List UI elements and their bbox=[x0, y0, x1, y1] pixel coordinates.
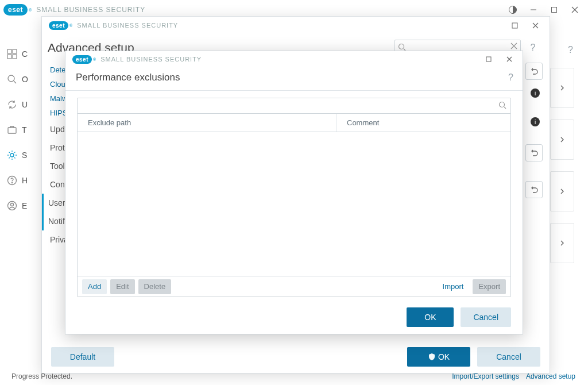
eset-logo-pill: eset bbox=[49, 21, 68, 30]
bg-card-1[interactable] bbox=[550, 68, 574, 108]
maximize-icon[interactable] bbox=[544, 2, 564, 18]
default-button-label: Default bbox=[70, 352, 95, 361]
svg-rect-2 bbox=[552, 7, 557, 13]
nav-update-icon[interactable]: U bbox=[7, 93, 32, 116]
main-footer-links: Import/Export settings Advanced setup bbox=[452, 372, 575, 380]
cancel-button-label: Cancel bbox=[496, 352, 521, 361]
contrast-icon[interactable] bbox=[503, 2, 523, 18]
bg-card-2[interactable] bbox=[550, 120, 574, 160]
nav-search-icon[interactable]: O bbox=[7, 68, 32, 91]
info-badge[interactable]: i bbox=[525, 113, 543, 130]
perf-title: Performance exclusions bbox=[76, 72, 180, 83]
clear-icon[interactable] bbox=[510, 43, 517, 49]
perf-header: Performance exclusions ? bbox=[65, 67, 523, 91]
undo-button[interactable] bbox=[525, 181, 543, 198]
ok-button-label: OK bbox=[424, 313, 436, 322]
col-exclude-path[interactable]: Exclude path bbox=[78, 114, 336, 132]
advanced-setup-link[interactable]: Advanced setup bbox=[526, 372, 575, 380]
product-name: SMALL BUSINESS SECURITY bbox=[100, 56, 202, 63]
delete-button-label: Delete bbox=[144, 282, 166, 291]
search-icon bbox=[398, 43, 406, 51]
eset-logo: eset® SMALL BUSINESS SECURITY bbox=[72, 55, 202, 64]
cancel-button-label: Cancel bbox=[473, 313, 498, 322]
undo-button[interactable] bbox=[525, 63, 543, 80]
perf-table-header: Exclude path Comment bbox=[77, 114, 511, 132]
perf-help-icon[interactable]: ? bbox=[508, 72, 513, 83]
default-button[interactable]: Default bbox=[51, 347, 114, 367]
cancel-button[interactable]: Cancel bbox=[461, 307, 511, 327]
bg-card-3[interactable] bbox=[550, 171, 574, 211]
search-icon[interactable] bbox=[498, 101, 506, 109]
main-help-icon[interactable]: ? bbox=[568, 45, 573, 55]
svg-rect-5 bbox=[7, 49, 11, 53]
ok-button[interactable]: OK bbox=[407, 307, 454, 327]
nav-account-icon[interactable]: E bbox=[7, 194, 32, 217]
svg-point-14 bbox=[11, 182, 12, 183]
eset-logo: eset® SMALL BUSINESS SECURITY bbox=[49, 21, 178, 30]
edit-button-label: Edit bbox=[116, 282, 129, 291]
maximize-icon[interactable] bbox=[479, 51, 498, 67]
cancel-button[interactable]: Cancel bbox=[477, 347, 540, 367]
perf-titlebar: eset® SMALL BUSINESS SECURITY bbox=[65, 51, 523, 67]
svg-rect-7 bbox=[7, 55, 11, 59]
performance-exclusions-window: eset® SMALL BUSINESS SECURITY Performanc… bbox=[65, 51, 523, 334]
nav-tools-icon[interactable]: T bbox=[7, 118, 32, 141]
reg-mark: ® bbox=[69, 24, 72, 28]
export-button[interactable]: Export bbox=[473, 279, 506, 294]
product-name: SMALL BUSINESS SECURITY bbox=[36, 6, 145, 14]
adv-window-controls bbox=[505, 17, 545, 33]
import-export-link[interactable]: Import/Export settings bbox=[452, 372, 519, 380]
info-badge[interactable]: i bbox=[525, 84, 543, 102]
perf-window-controls bbox=[479, 51, 519, 67]
add-button-label: Add bbox=[88, 282, 101, 291]
maximize-icon[interactable] bbox=[505, 17, 524, 33]
svg-line-28 bbox=[504, 107, 506, 109]
nav-help-icon[interactable]: H bbox=[7, 169, 32, 192]
svg-rect-6 bbox=[13, 49, 17, 53]
svg-point-9 bbox=[8, 75, 14, 82]
eset-logo-pill: eset bbox=[3, 4, 28, 16]
perf-actions: Add Edit Delete Import Export bbox=[77, 276, 511, 297]
status-text: Progress Protected. bbox=[11, 372, 72, 380]
perf-body: Exclude path Comment Add Edit Delete Imp… bbox=[65, 91, 523, 301]
eset-logo: eset® SMALL BUSINESS SECURITY bbox=[3, 4, 145, 16]
perf-footer: OK Cancel bbox=[65, 301, 523, 334]
delete-button[interactable]: Delete bbox=[138, 279, 172, 294]
close-icon[interactable] bbox=[565, 2, 585, 18]
svg-rect-11 bbox=[8, 128, 16, 133]
perf-filter-row bbox=[77, 98, 511, 114]
perf-table-body[interactable] bbox=[77, 132, 511, 276]
svg-point-27 bbox=[500, 102, 505, 107]
reg-mark: ® bbox=[93, 57, 96, 61]
minimize-icon[interactable] bbox=[524, 2, 543, 18]
eset-logo-pill: eset bbox=[72, 55, 92, 64]
edit-button[interactable]: Edit bbox=[110, 279, 134, 294]
svg-rect-24 bbox=[486, 57, 491, 61]
adv-help-icon[interactable]: ? bbox=[525, 43, 540, 53]
svg-point-16 bbox=[11, 203, 14, 206]
add-button[interactable]: Add bbox=[82, 279, 107, 294]
main-nav-icons: C O U T S H E bbox=[7, 43, 32, 220]
adv-titlebar: eset® SMALL BUSINESS SECURITY bbox=[42, 17, 550, 34]
undo-button[interactable] bbox=[525, 144, 543, 161]
reg-mark: ® bbox=[29, 8, 32, 12]
export-button-label: Export bbox=[478, 282, 500, 291]
nav-setup-icon[interactable]: S bbox=[7, 144, 32, 167]
perf-filter-input[interactable] bbox=[77, 98, 511, 114]
svg-point-12 bbox=[10, 153, 14, 157]
close-icon[interactable] bbox=[500, 51, 519, 67]
import-button[interactable]: Import bbox=[437, 279, 470, 294]
shield-icon bbox=[428, 353, 436, 361]
main-window-controls bbox=[503, 2, 585, 18]
ok-button[interactable]: OK bbox=[407, 347, 470, 367]
import-button-label: Import bbox=[443, 282, 464, 291]
col-comment[interactable]: Comment bbox=[336, 114, 510, 132]
svg-rect-8 bbox=[13, 55, 17, 59]
ok-button-label: OK bbox=[438, 352, 450, 361]
svg-rect-17 bbox=[512, 23, 517, 28]
bg-card-4[interactable] bbox=[550, 223, 574, 263]
close-icon[interactable] bbox=[525, 17, 545, 33]
svg-point-20 bbox=[399, 44, 404, 49]
product-name: SMALL BUSINESS SECURITY bbox=[77, 22, 178, 29]
nav-dashboard-icon[interactable]: C bbox=[7, 43, 32, 66]
